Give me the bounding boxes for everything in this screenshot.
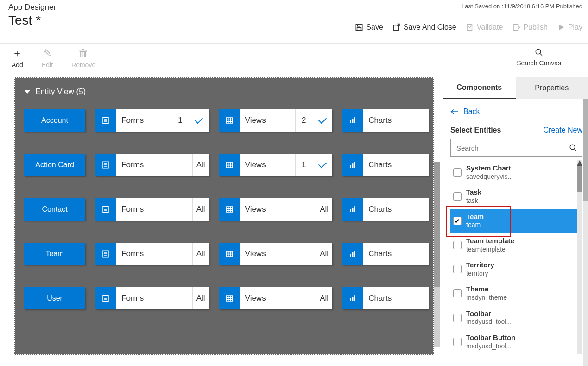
charts-icon [342, 198, 363, 221]
panel-scrollbar[interactable] [583, 99, 588, 366]
entity-text: Toolbar Buttonmsdyusd_tool... [466, 334, 515, 350]
views-tile[interactable]: ViewsAll [219, 243, 333, 265]
svg-rect-64 [350, 298, 351, 301]
svg-rect-47 [226, 251, 233, 257]
charts-label: Charts [363, 198, 429, 221]
entity-button[interactable]: Contact [24, 198, 85, 221]
charts-tile[interactable]: Charts [342, 198, 429, 221]
views-tile[interactable]: ViewsAll [219, 198, 333, 221]
search-canvas-button[interactable]: Search Canvas [517, 48, 561, 69]
charts-label: Charts [363, 154, 429, 176]
svg-rect-42 [354, 206, 355, 212]
views-tile[interactable]: Views2 [219, 109, 333, 132]
forms-dropdown[interactable] [189, 109, 209, 132]
panel-scrollbar-thumb[interactable] [583, 99, 588, 201]
entity-list-scrollbar-thumb[interactable] [577, 166, 582, 192]
entity-item[interactable]: Teamteam [450, 209, 582, 233]
entity-list-scrollbar[interactable] [577, 160, 582, 354]
svg-point-67 [570, 145, 575, 150]
entity-row: TeamFormsAllViewsAllCharts [24, 243, 429, 265]
entity-button[interactable]: Account [24, 109, 85, 132]
entity-schema: teamtemplate [466, 246, 514, 254]
create-new-link[interactable]: Create New [544, 126, 582, 134]
charts-tile[interactable]: Charts [342, 287, 429, 309]
entity-checkbox[interactable] [453, 168, 462, 177]
entity-label: Team template [466, 237, 514, 246]
charts-tile[interactable]: Charts [342, 154, 429, 176]
entity-button[interactable]: Team [24, 243, 85, 265]
entity-item[interactable]: Toolbarmsdyusd_tool... [450, 306, 582, 330]
entity-item[interactable]: System Chartsavedqueryvis... [450, 160, 582, 184]
entity-item[interactable]: Tasktask [450, 184, 582, 208]
views-dropdown[interactable] [312, 109, 332, 132]
canvas-scrollbar[interactable] [434, 162, 440, 347]
forms-icon [95, 154, 116, 176]
entity-view-label: Entity View (5) [35, 87, 86, 96]
forms-count: 1 [172, 109, 189, 132]
svg-rect-5 [513, 24, 518, 31]
svg-rect-18 [354, 117, 355, 123]
entity-checkbox[interactable] [453, 217, 462, 225]
forms-tile[interactable]: FormsAll [95, 287, 209, 309]
views-icon [219, 109, 240, 132]
play-button[interactable]: Play [557, 23, 582, 32]
save-close-button[interactable]: Save And Close [392, 23, 456, 32]
search-entities-input[interactable] [455, 144, 569, 152]
tab-components[interactable]: Components [443, 77, 516, 99]
entity-item[interactable]: Thememsdyn_theme [450, 281, 582, 305]
views-label: Views [240, 109, 296, 132]
canvas-area[interactable]: Entity View (5) AccountForms1Views2Chart… [14, 77, 434, 355]
views-count: All [316, 287, 332, 309]
entity-item[interactable]: Team templateteamtemplate [450, 233, 582, 257]
views-label: Views [240, 198, 316, 221]
entity-checkbox[interactable] [453, 241, 462, 249]
entity-item[interactable]: Territoryterritory [450, 257, 582, 281]
scrollbar-up-icon[interactable] [577, 160, 582, 166]
views-tile[interactable]: Views1 [219, 154, 333, 176]
search-entities-box[interactable] [450, 139, 582, 157]
charts-tile[interactable]: Charts [342, 109, 429, 132]
views-icon [219, 198, 240, 221]
save-close-icon [392, 23, 401, 32]
entity-checkbox[interactable] [453, 192, 462, 201]
svg-rect-11 [226, 118, 233, 123]
search-icon [569, 144, 577, 152]
svg-rect-66 [354, 295, 355, 301]
entity-button[interactable]: Action Card [24, 154, 85, 176]
svg-rect-52 [350, 254, 351, 257]
entity-checkbox[interactable] [453, 289, 462, 297]
entity-schema: task [466, 197, 481, 205]
svg-rect-41 [352, 208, 354, 212]
save-button[interactable]: Save [355, 23, 383, 32]
entity-checkbox[interactable] [453, 265, 462, 273]
forms-tile[interactable]: FormsAll [95, 243, 209, 265]
forms-icon [95, 243, 116, 265]
forms-tile[interactable]: FormsAll [95, 198, 209, 221]
entity-checkbox[interactable] [453, 314, 462, 322]
add-button[interactable]: ＋ Add [12, 48, 23, 69]
forms-tile[interactable]: FormsAll [95, 154, 209, 176]
validate-button[interactable]: Validate [466, 23, 503, 32]
remove-button[interactable]: 🗑 Remove [71, 48, 95, 69]
svg-rect-1 [358, 24, 360, 26]
back-button[interactable]: Back [450, 107, 582, 116]
charts-tile[interactable]: Charts [342, 243, 429, 265]
publish-button[interactable]: Publish [512, 23, 547, 32]
search-icon [535, 48, 543, 57]
entity-item[interactable]: Toolbar Buttonmsdyusd_tool... [450, 330, 582, 354]
entity-label: Task [466, 188, 481, 197]
svg-rect-35 [226, 207, 233, 212]
entity-schema: msdyn_theme [466, 294, 507, 302]
arrow-left-icon [450, 109, 459, 114]
tab-properties[interactable]: Properties [516, 77, 588, 99]
entity-view-section[interactable]: Entity View (5) [24, 87, 429, 96]
edit-button[interactable]: ✎ Edit [42, 48, 53, 69]
views-dropdown[interactable] [312, 154, 332, 176]
entity-checkbox[interactable] [453, 338, 462, 346]
select-entities-label: Select Entities [450, 126, 501, 134]
views-tile[interactable]: ViewsAll [219, 287, 333, 309]
entity-label: Toolbar Button [466, 334, 515, 342]
canvas-scrollbar-thumb[interactable] [434, 162, 440, 287]
entity-button[interactable]: User [24, 287, 85, 309]
forms-tile[interactable]: Forms1 [95, 109, 209, 132]
